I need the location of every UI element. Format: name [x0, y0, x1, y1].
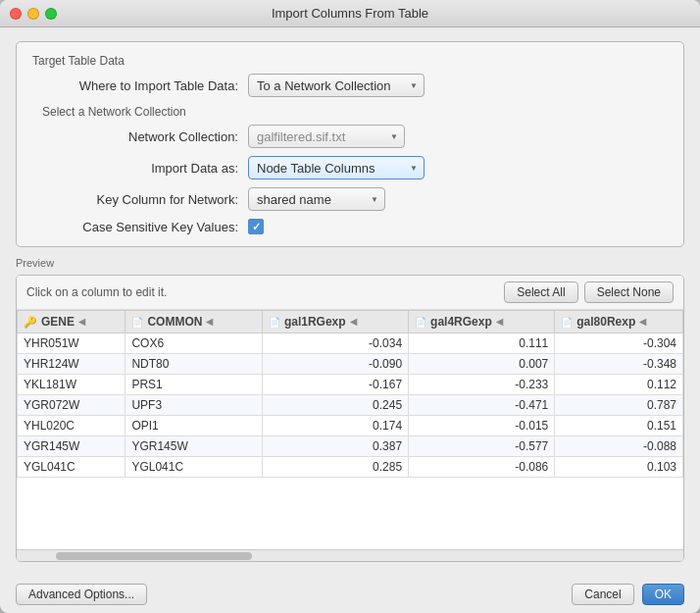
import-data-select[interactable]: Node Table Columns [248, 156, 425, 179]
cell-gene: YGL041C [18, 457, 125, 478]
bottom-right-buttons: Cancel OK [572, 584, 684, 605]
col-header-gal80[interactable]: 📄 gal80Rexp ◀ [555, 311, 683, 333]
cell-common: OPI1 [125, 416, 262, 436]
cell-common: PRS1 [125, 375, 262, 395]
main-content: Target Table Data Where to Import Table … [0, 27, 700, 576]
preview-section: Preview Click on a column to edit it. Se… [16, 257, 684, 562]
network-collection-row: Network Collection: galfiltered.sif.txt [32, 125, 668, 148]
table-row[interactable]: YKL181W PRS1 -0.167 -0.233 0.112 [18, 375, 683, 395]
case-sensitive-checkbox[interactable] [248, 219, 264, 234]
col-header-gal1[interactable]: 📄 gal1RGexp ◀ [262, 311, 408, 333]
table-row[interactable]: YGR145W YGR145W 0.387 -0.577 -0.088 [18, 436, 683, 457]
preview-tbody: YHR051W COX6 -0.034 0.111 -0.304 YHR124W… [18, 333, 683, 478]
col-gal80-arrow[interactable]: ◀ [639, 317, 646, 327]
table-row[interactable]: YHL020C OPI1 0.174 -0.015 0.151 [18, 416, 683, 436]
preview-toolbar: Click on a column to edit it. Select All… [17, 276, 683, 310]
col-header-gal4[interactable]: 📄 gal4RGexp ◀ [409, 311, 555, 333]
doc-icon-common: 📄 [131, 317, 143, 328]
preview-box: Click on a column to edit it. Select All… [16, 275, 684, 562]
network-collection-select-wrapper[interactable]: galfiltered.sif.txt [248, 125, 405, 148]
preview-label: Preview [16, 257, 684, 269]
cell-gal1: 0.174 [262, 416, 408, 436]
col-gal4-arrow[interactable]: ◀ [496, 317, 503, 327]
table-row[interactable]: YGR072W UPF3 0.245 -0.471 0.787 [18, 395, 683, 416]
cell-gene: YGR145W [18, 436, 125, 457]
horizontal-scrollbar[interactable] [17, 549, 683, 561]
cell-gal4: -0.577 [409, 436, 555, 457]
cell-common: UPF3 [125, 395, 262, 416]
cell-gene: YHR124W [18, 354, 125, 375]
where-import-select[interactable]: To a Network Collection [248, 74, 425, 97]
cell-gal4: -0.086 [409, 457, 555, 478]
table-row[interactable]: YHR124W NDT80 -0.090 0.007 -0.348 [18, 354, 683, 375]
window-title: Import Columns From Table [272, 6, 428, 21]
doc-icon-gal4: 📄 [415, 317, 426, 328]
key-column-select[interactable]: shared name [248, 187, 385, 211]
where-import-label: Where to Import Table Data: [32, 78, 248, 93]
network-collection-section-label-row: Select a Network Collection [32, 105, 668, 119]
title-bar: Import Columns From Table [0, 0, 700, 27]
cell-common: COX6 [125, 333, 262, 354]
cell-gene: YHL020C [18, 416, 125, 436]
cell-gal80: -0.304 [555, 333, 683, 354]
cell-gene: YKL181W [18, 375, 125, 395]
col-header-gene[interactable]: 🔑 GENE ◀ [18, 311, 125, 333]
preview-table-container[interactable]: 🔑 GENE ◀ 📄 COMMON ◀ [17, 310, 683, 549]
network-collection-select[interactable]: galfiltered.sif.txt [248, 125, 405, 148]
case-sensitive-checkbox-wrapper [248, 219, 264, 234]
cell-common: YGL041C [125, 457, 262, 478]
preview-table: 🔑 GENE ◀ 📄 COMMON ◀ [17, 310, 683, 478]
col-gal4-label: gal4RGexp [430, 315, 492, 329]
col-gene-label: GENE [41, 315, 75, 329]
cell-gal4: -0.233 [409, 375, 555, 395]
target-table-section: Target Table Data Where to Import Table … [16, 41, 684, 247]
ok-button[interactable]: OK [642, 584, 684, 605]
where-import-select-wrapper[interactable]: To a Network Collection [248, 74, 425, 97]
network-collection-label: Network Collection: [32, 129, 248, 144]
select-none-button[interactable]: Select None [584, 281, 674, 303]
key-icon: 🔑 [24, 316, 37, 329]
preview-hint: Click on a column to edit it. [26, 285, 167, 299]
maximize-button[interactable] [45, 8, 57, 20]
cell-gal80: -0.348 [555, 354, 683, 375]
key-column-select-wrapper[interactable]: shared name [248, 187, 385, 211]
case-sensitive-row: Case Sensitive Key Values: [32, 219, 668, 234]
advanced-options-button[interactable]: Advanced Options... [16, 584, 147, 605]
cancel-button[interactable]: Cancel [572, 584, 633, 605]
cell-common: NDT80 [125, 354, 262, 375]
cell-gal1: -0.090 [262, 354, 408, 375]
import-data-select-wrapper[interactable]: Node Table Columns [248, 156, 425, 179]
cell-gal4: 0.007 [409, 354, 555, 375]
cell-gal4: -0.015 [409, 416, 555, 436]
col-common-arrow[interactable]: ◀ [206, 317, 213, 327]
cell-gal80: 0.103 [555, 457, 683, 478]
scrollbar-thumb[interactable] [56, 552, 252, 560]
close-button[interactable] [10, 8, 22, 20]
cell-gal80: 0.151 [555, 416, 683, 436]
doc-icon-gal1: 📄 [269, 317, 280, 328]
bottom-bar: Advanced Options... Cancel OK [0, 576, 700, 613]
select-all-button[interactable]: Select All [504, 281, 577, 303]
main-window: Import Columns From Table Target Table D… [0, 0, 700, 613]
key-column-row: Key Column for Network: shared name [32, 187, 668, 211]
case-sensitive-label: Case Sensitive Key Values: [32, 220, 248, 234]
import-data-row: Import Data as: Node Table Columns [32, 156, 668, 179]
where-import-row: Where to Import Table Data: To a Network… [32, 74, 668, 97]
cell-gal1: -0.034 [262, 333, 408, 354]
table-row[interactable]: YHR051W COX6 -0.034 0.111 -0.304 [18, 333, 683, 354]
cell-gal80: -0.088 [555, 436, 683, 457]
col-gene-arrow[interactable]: ◀ [78, 317, 85, 327]
minimize-button[interactable] [27, 8, 39, 20]
cell-gal1: 0.285 [262, 457, 408, 478]
import-data-label: Import Data as: [32, 161, 248, 176]
table-header-row: 🔑 GENE ◀ 📄 COMMON ◀ [18, 311, 683, 333]
col-gal1-arrow[interactable]: ◀ [350, 317, 357, 327]
cell-gene: YHR051W [18, 333, 125, 354]
cell-gal1: 0.245 [262, 395, 408, 416]
col-header-common[interactable]: 📄 COMMON ◀ [125, 311, 262, 333]
table-row[interactable]: YGL041C YGL041C 0.285 -0.086 0.103 [18, 457, 683, 478]
cell-gal4: -0.471 [409, 395, 555, 416]
col-common-label: COMMON [147, 315, 202, 329]
cell-gal80: 0.787 [555, 395, 683, 416]
col-gal1-label: gal1RGexp [284, 315, 346, 329]
